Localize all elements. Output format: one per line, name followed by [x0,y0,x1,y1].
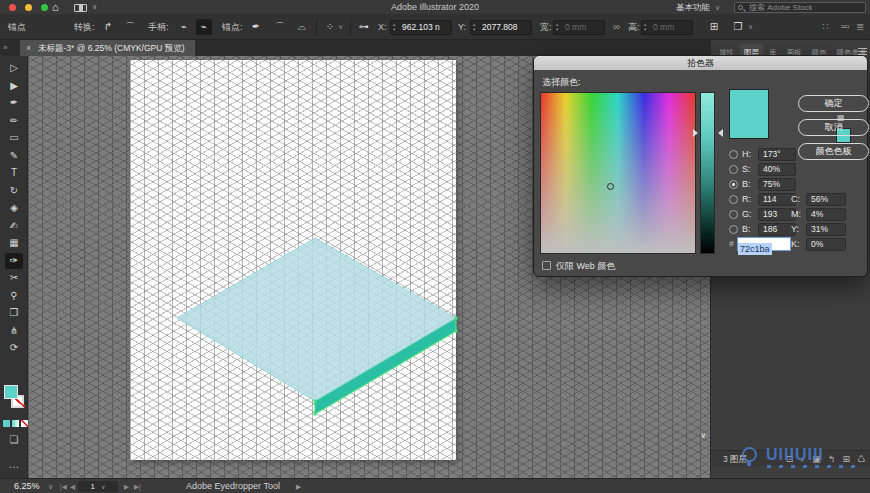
radio-S[interactable] [729,165,738,174]
cancel-button[interactable]: 取消 [798,119,869,136]
y-input[interactable]: ▴▾2077.808 [470,20,532,35]
type-tool[interactable]: T [5,165,23,181]
prev-artboard-icon[interactable]: ◀ [70,479,75,493]
input-K[interactable]: 0% [806,238,846,251]
color-field-marker[interactable] [607,183,614,190]
rotate-tool[interactable]: ↻ [5,183,23,199]
zoom-tool[interactable]: ⚲ [5,288,23,304]
eyedropper-tool[interactable]: ✑ [5,253,23,269]
radio-B[interactable] [729,180,738,189]
stepper-icon[interactable]: ▴▾ [644,22,646,33]
x-input[interactable]: ▴▾962.103 n [390,20,452,35]
input-S[interactable]: 40% [758,163,796,176]
direct-selection-tool-icon: ▶ [10,80,18,91]
width-input[interactable]: ▴▾0 mm [553,20,605,35]
scissors-tool-icon: ✂ [10,272,18,283]
grid-options-icon[interactable]: ∷ [822,14,828,40]
radio-R[interactable] [729,195,738,204]
shaper-tool[interactable]: ✍ [5,218,23,234]
paintbrush-tool[interactable]: ✎ [5,148,23,164]
color-swatches-button[interactable]: 颜色色板 [798,143,869,160]
zoom-chevron-icon[interactable]: ∨ [48,479,53,493]
selection-tool[interactable]: ▷ [5,60,23,76]
drawing-mode-icon[interactable]: ❏ [0,434,28,445]
direct-selection-tool[interactable]: ▶ [5,78,23,94]
menu-icon[interactable]: ≣ [856,14,864,40]
shape-properties-button[interactable]: ❐ [730,19,746,35]
radio-G[interactable] [729,210,738,219]
rotate-view-tool[interactable]: ⟳ [5,340,23,356]
new-sublayer-icon[interactable]: ↰ [828,451,836,467]
cut-path-button[interactable]: ⌓ [294,19,310,35]
slider-arrow-left-icon[interactable] [693,129,698,137]
hex-input[interactable]: 72c1ba [737,237,791,251]
y-value: 2077.808 [482,22,517,32]
eraser-tool[interactable]: ◈ [5,200,23,216]
remove-anchor-button[interactable]: ✒ [248,19,264,35]
web-colors-only-checkbox[interactable] [542,261,551,270]
color-field[interactable] [540,92,696,254]
input-M[interactable]: 4% [806,208,846,221]
radio-B[interactable] [729,225,738,234]
status-arrow-icon[interactable]: ▶ [296,479,301,493]
panel-collapse-icon[interactable]: » [3,40,7,56]
convert-to-corner-button[interactable]: ↱ [100,19,116,35]
input-B[interactable]: 75% [758,178,796,191]
chevron-down-icon[interactable]: ∨ [338,14,343,40]
document-tab[interactable]: × 未标题-3* @ 6.25% (CMYK/GPU 预览) [20,40,195,56]
hide-handles-button[interactable]: ⌁ [196,19,212,35]
titlebar: ⌂ ∨ Adobe Illustrator 2020 基本功能∨ 搜索 Adob… [0,0,870,14]
search-icon[interactable]: ⌕ [800,451,805,467]
last-artboard-icon[interactable]: ▶| [134,479,141,493]
show-handles-button[interactable]: ⌁ [176,19,192,35]
locate-object-icon[interactable]: ⊡ [786,451,794,467]
web-colors-only-row: 仅限 Web 颜色 [542,261,615,271]
pen-tool[interactable]: ✒ [5,95,23,111]
input-H[interactable]: 173° [758,148,796,161]
none-button[interactable] [21,420,28,427]
more-tools-icon[interactable]: … [0,458,28,470]
brightness-slider[interactable] [700,92,715,254]
stepper-icon[interactable]: ▴▾ [556,22,558,33]
reference-point-icon[interactable]: ⊶ [356,19,372,35]
connect-anchor-button[interactable]: ⌒ [272,19,288,35]
height-input[interactable]: ▴▾0 mm [641,20,693,35]
gradient-button[interactable] [12,420,19,427]
stepper-icon[interactable]: ▴▾ [473,22,475,33]
zoom-level[interactable]: 6.25% [14,479,40,493]
convert-to-smooth-button[interactable]: ⌒ [122,19,138,35]
clipping-mask-icon[interactable]: ▣ [812,451,821,467]
rectangle-tool[interactable]: ▭ [5,130,23,146]
panel-menu-icon[interactable] [858,48,867,55]
dialog-title[interactable]: 拾色器 [534,56,867,70]
ok-button[interactable]: 确定 [798,95,869,112]
link-dimensions-icon[interactable]: ∞ [613,14,620,40]
input-C[interactable]: 56% [806,193,846,206]
curvature-tool[interactable]: ✏ [5,113,23,129]
fill-color-swatch[interactable] [4,385,18,399]
stepper-icon[interactable]: ▴▾ [393,22,395,33]
color-button[interactable] [3,420,10,427]
shear-tool[interactable]: ⋔ [5,323,23,339]
artboard-tool[interactable]: ❒ [5,305,23,321]
align-panel-icon[interactable]: ≕ [840,14,850,40]
chevron-down-icon[interactable]: ∨ [748,14,753,40]
gradient-tool[interactable]: ▦ [5,235,23,251]
delete-layer-icon[interactable]: ♺ [857,451,865,467]
stock-search-input[interactable]: 搜索 Adobe Stock [734,2,866,13]
workspace-menu[interactable]: 基本功能∨ [676,0,720,15]
artboard-number-field[interactable]: 1∨ [78,481,118,492]
first-artboard-icon[interactable]: |◀ [60,479,67,493]
radio-H[interactable] [729,150,738,159]
slider-arrow-right-icon[interactable] [718,129,723,137]
scrollbar-down-icon[interactable]: ∨ [700,431,706,440]
align-options-button[interactable]: ⁘ [322,19,338,35]
close-tab-icon[interactable]: × [26,40,31,56]
eraser-tool-icon: ◈ [10,202,18,213]
input-Y[interactable]: 31% [806,223,846,236]
scissors-tool[interactable]: ✂ [5,270,23,286]
iso-top-face[interactable] [177,238,456,401]
next-artboard-icon[interactable]: ▶ [124,479,129,493]
new-layer-icon[interactable]: ⊞ [842,451,850,467]
transform-button[interactable]: ⊞ [706,19,722,35]
